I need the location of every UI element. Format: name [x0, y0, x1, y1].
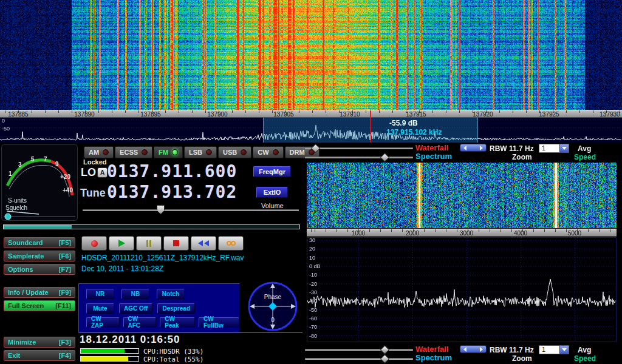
- zoom-waterfall[interactable]: [307, 163, 617, 228]
- dsp-button-cw-zap[interactable]: CW ZAP: [86, 317, 120, 328]
- mode-button-usb[interactable]: USB: [218, 146, 251, 158]
- mode-button-lsb[interactable]: LSB: [184, 146, 217, 158]
- tune-label: Tune: [80, 187, 106, 200]
- mode-label: ECSS: [120, 149, 138, 156]
- mini-spec-y-0: 0: [2, 118, 5, 124]
- menu-label: Soundcard: [8, 239, 43, 246]
- dsp-button-cw-fullbw[interactable]: CW FullBw: [199, 317, 239, 328]
- squelch-label: Squelch: [5, 204, 27, 211]
- menu-button-options[interactable]: Options[F7]: [4, 264, 75, 275]
- lo-frequency-display[interactable]: 0137.911.600: [107, 161, 237, 181]
- record-button[interactable]: [81, 236, 107, 251]
- arrow-right-icon: [480, 347, 483, 352]
- extio-button[interactable]: ExtIO: [256, 187, 288, 198]
- dsp-button-nb[interactable]: NB: [121, 289, 149, 299]
- freq-label-9: 137930: [598, 111, 622, 118]
- mode-button-fm[interactable]: FM: [154, 146, 183, 158]
- rewind-icon: [204, 240, 209, 246]
- shift-control-bottom[interactable]: [460, 345, 487, 353]
- avg-label-top: Avg: [578, 144, 591, 153]
- volume-slider-handle[interactable]: [157, 205, 165, 214]
- menu-button-fullscreen[interactable]: Full Screen[F11]: [4, 300, 75, 311]
- zoom-select-bottom[interactable]: 1: [539, 345, 569, 354]
- spectrum-slider-bottom-handle[interactable]: [380, 354, 390, 364]
- zoom-select-dropdown[interactable]: [559, 346, 569, 354]
- record-icon: [91, 240, 98, 247]
- cpu-bar-total: [80, 356, 139, 362]
- loop-button[interactable]: [218, 236, 244, 251]
- zoom-spectrum-canvas[interactable]: [307, 238, 616, 342]
- spectrum-label-top: Spectrum: [415, 152, 452, 161]
- frequency-scale[interactable]: 137885 137890 137895 137900 137905 13791…: [0, 110, 622, 118]
- audio-level-bar[interactable]: [3, 224, 300, 229]
- freq-label-3: 137900: [204, 111, 231, 118]
- mode-button-am[interactable]: AM: [84, 146, 114, 158]
- rewind-button[interactable]: [191, 236, 216, 251]
- zoom-frequency-scale[interactable]: 1000 2000 3000 4000 5000: [307, 229, 617, 237]
- freq-label-5: 137910: [337, 111, 363, 118]
- zoom-select-top[interactable]: 1: [539, 144, 569, 153]
- spectrum-slider-bottom[interactable]: [305, 358, 413, 360]
- dsp-button-nr[interactable]: NR: [86, 289, 114, 299]
- zoom-select-dropdown[interactable]: [559, 144, 569, 152]
- mode-led-active: [172, 149, 178, 155]
- waterfall-slider-top[interactable]: [305, 147, 413, 149]
- chevron-down-icon: [562, 348, 567, 351]
- shift-control-top[interactable]: [460, 144, 487, 152]
- rbw-label-bottom: RBW 11.7 Hz: [490, 346, 534, 354]
- spectrum-slider-top[interactable]: [305, 157, 413, 158]
- phase-value: 0: [271, 317, 275, 323]
- main-waterfall[interactable]: [0, 0, 622, 110]
- menu-label: Full Screen: [8, 302, 44, 309]
- s-meter-tick-plus40: +40: [63, 187, 73, 194]
- mode-button-ecss[interactable]: ECSS: [115, 146, 152, 158]
- stop-button[interactable]: [163, 236, 189, 251]
- freq-label-6: 137915: [403, 111, 429, 118]
- mini-spectrum-panel[interactable]: 0 -50 -55.9 dB 137.915.102 kHz: [0, 118, 622, 143]
- mode-label: USB: [223, 149, 237, 156]
- s-meter-tick-1: 1: [9, 170, 12, 177]
- freqmgr-button[interactable]: FreqMgr: [253, 166, 291, 177]
- waterfall-slider-bottom[interactable]: [305, 349, 413, 351]
- cpu-bar-total-fill: [81, 357, 128, 361]
- playback-controls: [81, 236, 244, 251]
- pause-button[interactable]: [136, 236, 162, 251]
- mode-led: [142, 149, 148, 155]
- speed-label-bottom: Speed: [574, 354, 596, 363]
- tune-frequency-display[interactable]: 0137.913.702: [107, 182, 237, 202]
- menu-button-samplerate[interactable]: Samplerate[F6]: [4, 251, 75, 261]
- arrow-left-icon: [463, 146, 466, 150]
- play-button[interactable]: [109, 236, 134, 251]
- waterfall-label-bottom: Waterfall: [415, 345, 448, 354]
- menu-button-soundcard[interactable]: Soundcard[F5]: [4, 237, 75, 248]
- spectrum-slider-top-handle[interactable]: [380, 153, 390, 163]
- mode-led: [206, 149, 212, 155]
- dsp-button-mute[interactable]: Mute: [86, 303, 114, 314]
- mode-label: FM: [159, 149, 168, 156]
- dsp-button-cw-afc[interactable]: CW AFC: [123, 317, 157, 328]
- menu-button-exit[interactable]: Exit[F4]: [4, 350, 75, 361]
- menu-key: [F5]: [59, 239, 71, 246]
- dsp-row-1: NR NB Notch: [86, 289, 239, 299]
- lo-lock-badge[interactable]: A: [97, 167, 108, 178]
- freq-label-7: 137920: [470, 111, 496, 118]
- cpu-bar-hdsdr: [80, 348, 139, 354]
- recording-timestamp: Dec 10, 2011 - 13:01:28Z: [81, 265, 163, 273]
- menu-button-minimize[interactable]: Minimize[F3]: [4, 337, 75, 348]
- dsp-button-agc-off[interactable]: AGC Off: [119, 303, 152, 314]
- clock-display: 18.12.2011 0:16:50: [80, 334, 180, 346]
- arrow-left-icon: [463, 347, 466, 352]
- squelch-knob[interactable]: [5, 214, 11, 220]
- dsp-button-cw-peak[interactable]: CW Peak: [160, 317, 195, 328]
- menu-button-info-update[interactable]: Info / Update[F9]: [4, 287, 75, 298]
- menu-label: Minimize: [8, 339, 36, 346]
- mode-button-cw[interactable]: CW: [253, 146, 283, 158]
- waterfall-slider-bottom-handle[interactable]: [380, 345, 390, 355]
- dsp-button-notch[interactable]: Notch: [157, 289, 185, 299]
- zoom-spectrum-panel[interactable]: 30 20 10 0 dB -10 -20 -30 -40 -50 -60 -7…: [307, 237, 617, 342]
- dsp-button-despread[interactable]: Despread: [157, 303, 195, 314]
- volume-slider-track[interactable]: [83, 209, 299, 211]
- mode-label: LSB: [189, 149, 202, 156]
- spec-y-label-8: -50: [309, 307, 317, 313]
- menu-label: Info / Update: [8, 289, 49, 296]
